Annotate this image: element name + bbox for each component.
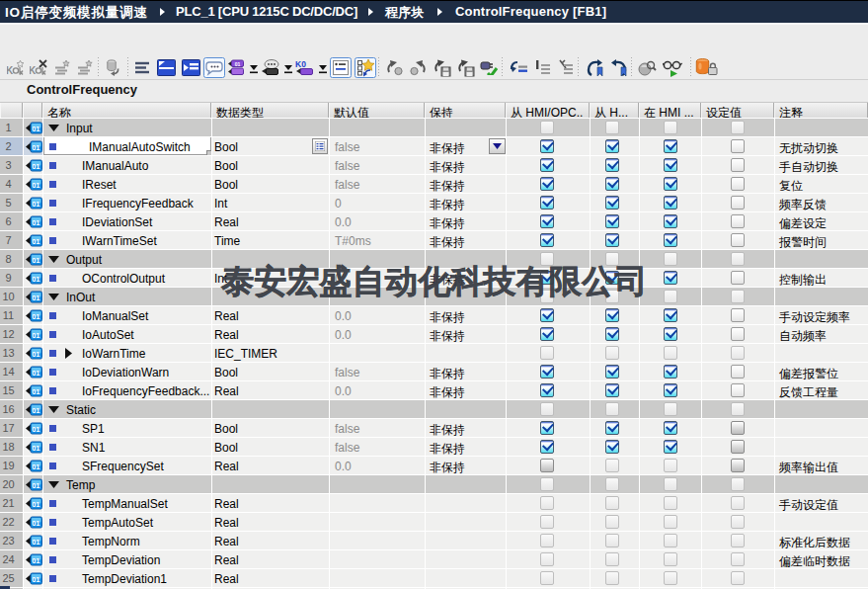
svg-text:K0: K0	[295, 59, 306, 69]
svg-text:01: 01	[235, 61, 241, 67]
svg-text:01: 01	[32, 294, 39, 302]
svg-text:01: 01	[32, 463, 39, 471]
svg-text:01: 01	[32, 275, 39, 284]
svg-text:01: 01	[32, 406, 39, 415]
svg-text:01: 01	[32, 125, 39, 133]
svg-text:01: 01	[32, 387, 39, 396]
svg-text:01: 01	[32, 519, 39, 528]
svg-text:01: 01	[32, 444, 39, 453]
svg-text:01: 01	[32, 369, 39, 378]
svg-text:01: 01	[32, 538, 39, 547]
svg-text:01: 01	[32, 143, 39, 152]
svg-text:01: 01	[32, 256, 39, 265]
svg-text:01: 01	[32, 425, 39, 434]
svg-text:01: 01	[32, 556, 39, 565]
svg-text:01: 01	[32, 218, 39, 227]
svg-text:01: 01	[32, 500, 39, 509]
svg-text:01: 01	[32, 481, 39, 490]
svg-text:01: 01	[32, 237, 39, 246]
svg-text:01: 01	[32, 331, 39, 340]
svg-text:01: 01	[32, 162, 39, 171]
svg-text:01: 01	[32, 350, 39, 359]
svg-text:01: 01	[32, 312, 39, 321]
svg-text:01: 01	[32, 200, 39, 209]
svg-text:01: 01	[32, 181, 39, 190]
svg-text:01: 01	[32, 575, 39, 584]
